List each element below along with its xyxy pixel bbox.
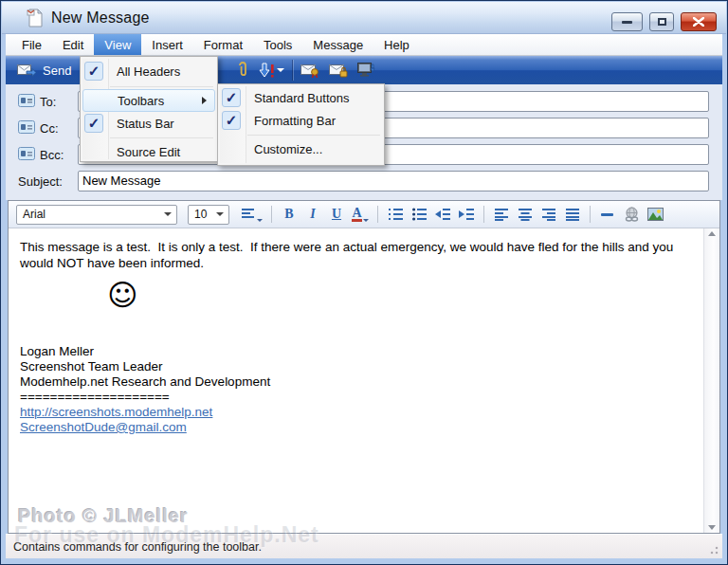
decrease-indent-icon <box>435 208 450 221</box>
align-left-button[interactable] <box>491 204 512 225</box>
increase-indent-button[interactable] <box>456 204 477 225</box>
format-separator <box>483 206 484 223</box>
attach-button[interactable] <box>231 59 254 82</box>
signature-divider: ==================== <box>20 390 270 405</box>
compose-area: Arial 10 B I U A <box>8 200 720 534</box>
checkmark-icon: ✓ <box>222 88 241 107</box>
menu-item-label: Standard Buttons <box>254 91 349 105</box>
scroll-up-icon[interactable] <box>708 231 716 236</box>
font-family-select[interactable]: Arial <box>16 205 177 225</box>
title-bar: New Message <box>2 2 726 34</box>
align-center-button[interactable] <box>515 204 536 225</box>
message-document-icon <box>27 9 44 27</box>
justify-icon <box>566 208 580 221</box>
align-right-button[interactable] <box>538 204 559 225</box>
maximize-icon <box>658 18 666 26</box>
priority-low-icon <box>259 63 274 79</box>
minimize-icon <box>622 21 632 24</box>
submenu-arrow-icon <box>202 97 207 104</box>
chevron-down-icon <box>363 219 369 222</box>
menu-item-status-bar[interactable]: ✓ Status Bar <box>81 112 217 135</box>
subject-label: Subject: <box>18 174 63 189</box>
bold-button[interactable]: B <box>279 204 300 225</box>
subject-field[interactable]: New Message <box>78 171 709 191</box>
italic-icon: I <box>310 207 315 222</box>
menu-tools[interactable]: Tools <box>253 34 302 55</box>
send-button[interactable]: Send <box>6 58 81 82</box>
justify-button[interactable] <box>562 204 583 225</box>
signature-title: Screenshot Team Leader <box>20 359 270 374</box>
insert-link-button[interactable] <box>621 204 642 225</box>
subject-row: Subject: New Message <box>6 170 722 192</box>
align-center-icon <box>519 208 533 221</box>
status-text: Contains commands for configuring the to… <box>13 540 262 554</box>
menu-help[interactable]: Help <box>373 34 420 55</box>
encrypt-button[interactable] <box>324 59 353 82</box>
menu-insert[interactable]: Insert <box>141 34 193 55</box>
font-family-value: Arial <box>23 208 46 221</box>
bold-icon: B <box>284 207 293 222</box>
work-offline-icon <box>357 63 375 78</box>
menu-item-source-edit[interactable]: Source Edit <box>81 140 217 163</box>
bcc-label: Bcc: <box>40 148 64 162</box>
numbered-list-button[interactable] <box>385 204 406 225</box>
paragraph-style-button[interactable] <box>240 204 264 225</box>
font-color-icon: A <box>352 207 361 222</box>
signature-block: Logan Meller Screenshot Team Leader Mode… <box>20 344 270 435</box>
message-body-editor[interactable]: This message is a test. It is only a tes… <box>9 228 719 533</box>
menu-item-label: All Headers <box>117 64 180 79</box>
signature-email-link[interactable]: ScreenshotDude@gmail.com <box>20 420 270 435</box>
scroll-down-icon[interactable] <box>708 525 716 530</box>
menu-item-formatting-bar[interactable]: ✓ Formatting Bar <box>218 109 384 132</box>
work-offline-button[interactable] <box>353 59 380 82</box>
subject-value: New Message <box>82 173 160 188</box>
paragraph-style-icon <box>242 208 256 221</box>
menu-item-label: Customize... <box>254 142 322 156</box>
font-color-button[interactable]: A <box>350 204 371 225</box>
checkmark-icon: ✓ <box>84 62 103 81</box>
font-size-select[interactable]: 10 <box>188 205 229 225</box>
format-separator <box>271 206 272 223</box>
insert-link-icon <box>624 207 640 222</box>
smiley-face-glyph: ☺ <box>107 278 137 312</box>
resize-grip[interactable] <box>708 544 719 555</box>
menu-view[interactable]: View <box>94 34 141 55</box>
menu-message[interactable]: Message <box>302 34 373 55</box>
encrypt-icon <box>329 64 348 78</box>
insert-picture-button[interactable] <box>645 204 665 225</box>
signature-url-link[interactable]: http://screenshots.modemhelp.net <box>20 405 270 420</box>
dropdown-chevron-icon[interactable] <box>277 68 284 72</box>
italic-button[interactable]: I <box>302 204 323 225</box>
insert-picture-icon <box>647 208 664 221</box>
horizontal-line-button[interactable] <box>597 204 618 225</box>
menu-item-all-headers[interactable]: ✓ All Headers <box>81 59 217 83</box>
address-card-icon <box>18 147 35 160</box>
menu-format[interactable]: Format <box>193 34 253 55</box>
maximize-button[interactable] <box>649 12 674 31</box>
menu-item-customize[interactable]: Customize... <box>218 137 384 160</box>
menu-item-standard-buttons[interactable]: ✓ Standard Buttons <box>218 86 384 109</box>
close-button[interactable] <box>681 12 717 31</box>
address-card-icon <box>18 120 35 134</box>
chevron-down-icon <box>257 219 263 222</box>
decrease-indent-button[interactable] <box>432 204 453 225</box>
checkmark-icon: ✓ <box>222 111 241 130</box>
minimize-button[interactable] <box>611 12 643 31</box>
toolbars-submenu-popup: ✓ Standard Buttons ✓ Formatting Bar Cust… <box>217 83 385 166</box>
menu-bar: File Edit View Insert Format Tools Messa… <box>6 34 722 56</box>
cc-label: Cc: <box>40 121 59 136</box>
menu-file[interactable]: File <box>11 34 52 55</box>
menu-edit[interactable]: Edit <box>52 34 94 55</box>
attach-paperclip-icon <box>236 62 249 79</box>
priority-button[interactable] <box>254 59 289 82</box>
checkmark-icon: ✓ <box>84 114 103 133</box>
menu-item-toolbars[interactable]: Toolbars <box>82 89 215 112</box>
vertical-scrollbar[interactable] <box>703 228 719 533</box>
bulleted-list-button[interactable] <box>409 204 429 225</box>
align-left-icon <box>495 208 509 221</box>
underline-icon: U <box>332 207 341 222</box>
digitally-sign-icon <box>300 64 319 78</box>
digitally-sign-button[interactable] <box>296 59 324 82</box>
underline-button[interactable]: U <box>326 204 347 225</box>
format-separator <box>590 206 591 223</box>
